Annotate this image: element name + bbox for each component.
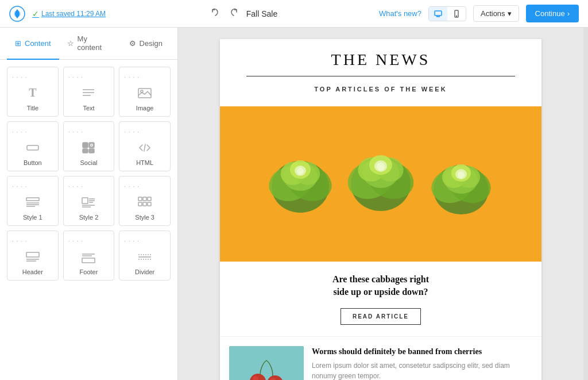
main-layout: ⊞ Content ☆ My content ⚙ Design · · · · … (0, 28, 588, 380)
svg-rect-33 (148, 197, 151, 201)
email-hero-image (220, 106, 541, 262)
svg-rect-42 (82, 258, 95, 263)
gear-icon: ⚙ (129, 39, 136, 48)
svg-point-73 (458, 171, 465, 178)
canvas-area[interactable]: THE NEWS TOP ARTICLES OF THE WEEK (178, 28, 583, 380)
undo-redo-group (207, 6, 242, 22)
content-item-style1[interactable]: · · · · Style 1 (7, 176, 59, 226)
device-toggle (428, 6, 466, 21)
svg-rect-36 (148, 202, 151, 206)
whats-new-link[interactable]: What's new? (379, 9, 421, 18)
star-icon: ☆ (67, 39, 74, 48)
tab-design[interactable]: ⚙ Design (121, 28, 171, 60)
article1-title: Are these cabbages right side up or upsi… (231, 273, 530, 299)
read-article-button[interactable]: READ ARTICLE (341, 308, 421, 325)
content-item-title[interactable]: · · · · T Title (7, 67, 59, 117)
topbar-right: What's new? Actions ▾ Continue › (379, 5, 579, 22)
undo-button[interactable] (207, 6, 223, 22)
email-article2-section: Worms should definitely be banned from c… (220, 336, 541, 380)
last-saved-text[interactable]: ✓ Last saved 11:29 AM (32, 9, 106, 18)
article2-title: Worms should definitely be banned from c… (312, 346, 532, 358)
svg-point-3 (456, 16, 457, 16)
article2-image (229, 346, 304, 380)
svg-point-55 (297, 168, 304, 175)
content-item-divider[interactable]: · · · · Divider (119, 231, 171, 281)
svg-rect-1 (435, 11, 442, 16)
svg-rect-10 (27, 145, 38, 150)
topbar: ✓ Last saved 11:29 AM Fall Sale What's n… (0, 0, 588, 28)
email-canvas: THE NEWS TOP ARTICLES OF THE WEEK (220, 39, 541, 380)
actions-button[interactable]: Actions ▾ (473, 5, 519, 22)
saved-check-icon: ✓ (32, 9, 39, 18)
svg-rect-35 (143, 202, 146, 206)
svg-line-20 (144, 144, 145, 151)
email-subtitle: TOP ARTICLES OF THE WEEK (231, 86, 530, 93)
tab-my-content[interactable]: ☆ My content (59, 28, 121, 60)
content-item-style3[interactable]: · · · · Style 3 (119, 176, 171, 226)
desktop-view-button[interactable] (429, 7, 447, 21)
svg-text:T: T (29, 86, 37, 99)
content-item-footer[interactable]: · · · · Footer (63, 231, 115, 281)
continue-button[interactable]: Continue › (526, 5, 579, 22)
grid-icon: ⊞ (15, 39, 21, 48)
svg-rect-21 (26, 198, 39, 201)
mobile-view-button[interactable] (447, 7, 466, 21)
sidebar: ⊞ Content ☆ My content ⚙ Design · · · · … (0, 28, 178, 380)
tab-content[interactable]: ⊞ Content (7, 28, 59, 60)
content-item-image[interactable]: · · · · Image (119, 67, 171, 117)
svg-rect-37 (26, 252, 39, 257)
email-divider (246, 76, 515, 76)
content-item-html[interactable]: · · · · HTML (119, 121, 171, 171)
email-title: THE NEWS (231, 51, 530, 69)
topbar-center: Fall Sale (207, 6, 277, 22)
redo-button[interactable] (226, 6, 242, 22)
content-grid: · · · · T Title · · · · Text (0, 60, 177, 287)
right-scrollbar[interactable] (583, 28, 588, 380)
svg-rect-74 (229, 346, 304, 380)
email-article1-section: Are these cabbages right side up or upsi… (220, 262, 541, 336)
svg-rect-31 (138, 197, 142, 201)
svg-rect-13 (89, 143, 94, 148)
content-item-text[interactable]: · · · · Text (63, 67, 115, 117)
svg-rect-32 (143, 197, 146, 201)
article2-text: Worms should definitely be banned from c… (304, 346, 532, 380)
document-title: Fall Sale (246, 9, 277, 18)
cabbage-svg-image (220, 106, 541, 262)
sidebar-tabs: ⊞ Content ☆ My content ⚙ Design (0, 28, 177, 60)
content-item-header[interactable]: · · · · Header (7, 231, 59, 281)
chevron-right-icon: › (567, 9, 570, 18)
svg-text:t: t (85, 149, 86, 153)
content-item-style2[interactable]: · · · · Style 2 (63, 176, 115, 226)
svg-rect-25 (82, 198, 88, 204)
chevron-down-icon: ▾ (508, 9, 512, 18)
svg-rect-34 (138, 202, 142, 206)
content-item-social[interactable]: · · · · f t (63, 121, 115, 171)
article2-body: Lorem ipsum dolor sit amet, consetetur s… (312, 360, 532, 380)
logo-icon (9, 6, 25, 22)
content-item-button[interactable]: · · · · Button (7, 121, 59, 171)
topbar-left: ✓ Last saved 11:29 AM (9, 6, 106, 22)
email-title-section: THE NEWS TOP ARTICLES OF THE WEEK (220, 39, 541, 106)
svg-point-64 (377, 163, 385, 171)
